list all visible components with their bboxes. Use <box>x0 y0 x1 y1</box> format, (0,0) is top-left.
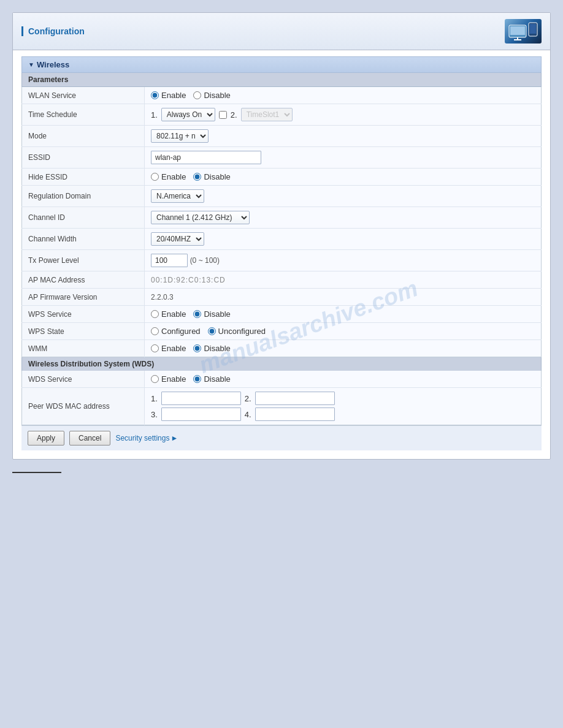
wps-service-value: Enable Disable <box>145 306 542 323</box>
config-header: Configuration <box>13 13 550 50</box>
config-title: Configuration <box>21 26 85 36</box>
time-schedule-dropdown1[interactable]: Always On TimeSlot1 TimeSlot2 <box>161 108 215 121</box>
time-schedule-row: Time Schedule 1. Always On TimeSlot1 Tim… <box>22 104 542 126</box>
wmm-value: Enable Disable <box>145 340 542 357</box>
mode-label: Mode <box>22 126 145 147</box>
ap-mac-value: 00:1D:92:C0:13:CD <box>145 271 542 289</box>
wps-configured-radio[interactable]: Configured <box>151 327 201 336</box>
channel-width-row: Channel Width 20/40MHZ 20MHZ <box>22 229 542 250</box>
hide-essid-value: Enable Disable <box>145 169 542 186</box>
essid-value <box>145 147 542 169</box>
essid-input[interactable] <box>151 151 261 164</box>
wmm-row: WMM Enable Disable <box>22 340 542 357</box>
wlan-enable-radio[interactable]: Enable <box>151 91 186 100</box>
mode-value: 802.11g + n 802.11b 802.11g 802.11n <box>145 126 542 147</box>
channel-id-value: Channel 1 (2.412 GHz) Channel 6 (2.437 G… <box>145 207 542 229</box>
mode-row: Mode 802.11g + n 802.11b 802.11g 802.11n <box>22 126 542 147</box>
wps-state-row: WPS State Configured Unconfigured <box>22 323 542 340</box>
ap-mac-label: AP MAC Address <box>22 271 145 289</box>
wps-unconfigured-radio[interactable]: Unconfigured <box>208 327 266 336</box>
ap-mac-address: 00:1D:92:C0:13:CD <box>151 276 226 284</box>
wireless-section-header: ▼ Wireless <box>21 56 542 73</box>
wds-table: WDS Service Enable Disable <box>21 371 542 425</box>
wps-service-label: WPS Service <box>22 306 145 323</box>
wlan-service-value: Enable Disable <box>145 87 542 104</box>
ap-firmware-label: AP Firmware Version <box>22 289 145 306</box>
peer-wds-prefix2: 2. <box>245 394 251 403</box>
wds-enable-radio[interactable]: Enable <box>151 374 186 384</box>
hide-essid-disable-radio[interactable]: Disable <box>193 172 230 181</box>
section-arrow: ▼ <box>28 61 34 68</box>
regulation-domain-row: Regulation Domain N.America Europe Asia <box>22 186 542 207</box>
svg-rect-1 <box>510 26 525 35</box>
time-schedule-label: Time Schedule <box>22 104 145 126</box>
time-schedule-value: 1. Always On TimeSlot1 TimeSlot2 2. Time… <box>145 104 542 126</box>
peer-wds-prefix3: 3. <box>151 410 158 419</box>
wds-service-value: Enable Disable <box>145 371 542 388</box>
wlan-service-row: WLAN Service Enable Disable <box>22 87 542 104</box>
channel-id-dropdown[interactable]: Channel 1 (2.412 GHz) Channel 6 (2.437 G… <box>151 211 250 224</box>
wps-service-row: WPS Service Enable Disable <box>22 306 542 323</box>
config-body: ▼ Wireless Parameters WLAN Service <box>13 50 550 459</box>
wmm-enable-radio[interactable]: Enable <box>151 344 186 353</box>
bottom-decorative-line <box>12 472 61 473</box>
svg-rect-3 <box>530 24 536 34</box>
channel-width-dropdown[interactable]: 20/40MHZ 20MHZ <box>151 232 204 246</box>
ts-prefix1: 1. <box>151 110 158 119</box>
footer-row: Apply Cancel Security settings ► <box>21 425 542 450</box>
peer-wds-mac-input1[interactable] <box>161 392 241 405</box>
ap-firmware-value: 2.2.0.3 <box>145 289 542 306</box>
wps-state-value: Configured Unconfigured <box>145 323 542 340</box>
tx-power-input[interactable] <box>151 254 188 267</box>
hide-essid-label: Hide ESSID <box>22 169 145 186</box>
essid-row: ESSID <box>22 147 542 169</box>
cancel-button[interactable]: Cancel <box>69 431 110 446</box>
wps-enable-radio[interactable]: Enable <box>151 309 186 319</box>
ts-prefix2: 2. <box>231 110 237 119</box>
regulation-domain-dropdown[interactable]: N.America Europe Asia <box>151 189 204 203</box>
wps-state-label: WPS State <box>22 323 145 340</box>
mode-dropdown[interactable]: 802.11g + n 802.11b 802.11g 802.11n <box>151 129 209 143</box>
wds-disable-radio[interactable]: Disable <box>193 374 230 384</box>
peer-wds-mac-row: Peer WDS MAC address 1. 2. 3. <box>22 388 542 425</box>
peer-wds-mac-input3[interactable] <box>161 408 241 421</box>
config-icon <box>505 19 542 44</box>
tx-power-row: Tx Power Level (0 ~ 100) <box>22 250 542 271</box>
tx-power-value: (0 ~ 100) <box>145 250 542 271</box>
parameters-subheader: Parameters <box>21 73 542 87</box>
wds-service-row: WDS Service Enable Disable <box>22 371 542 388</box>
hide-essid-enable-radio[interactable]: Enable <box>151 172 186 181</box>
peer-wds-prefix1: 1. <box>151 394 158 403</box>
regulation-domain-label: Regulation Domain <box>22 186 145 207</box>
channel-width-value: 20/40MHZ 20MHZ <box>145 229 542 250</box>
wds-section-label: Wireless Distribution System (WDS) <box>28 360 154 368</box>
peer-wds-prefix4: 4. <box>245 410 251 419</box>
tx-power-label: Tx Power Level <box>22 250 145 271</box>
ap-firmware-row: AP Firmware Version 2.2.0.3 <box>22 289 542 306</box>
wlan-disable-radio[interactable]: Disable <box>193 91 230 100</box>
security-settings-link[interactable]: Security settings ► <box>115 434 178 442</box>
tx-power-range: (0 ~ 100) <box>190 256 220 265</box>
hide-essid-row: Hide ESSID Enable Disable <box>22 169 542 186</box>
peer-wds-mac-input4[interactable] <box>255 408 335 421</box>
ap-firmware-version: 2.2.0.3 <box>151 293 174 301</box>
apply-button[interactable]: Apply <box>28 431 64 446</box>
config-panel: Configuration ▼ Wireless <box>12 12 551 460</box>
ap-mac-row: AP MAC Address 00:1D:92:C0:13:CD <box>22 271 542 289</box>
wds-section-header: Wireless Distribution System (WDS) <box>21 357 542 371</box>
channel-id-row: Channel ID Channel 1 (2.412 GHz) Channel… <box>22 207 542 229</box>
security-arrow-icon: ► <box>170 434 178 442</box>
wps-disable-radio[interactable]: Disable <box>193 309 230 319</box>
wlan-service-label: WLAN Service <box>22 87 145 104</box>
wireless-section-label: Wireless <box>37 60 69 69</box>
parameters-table: WLAN Service Enable Disable <box>21 87 542 357</box>
wmm-disable-radio[interactable]: Disable <box>193 344 230 353</box>
regulation-domain-value: N.America Europe Asia <box>145 186 542 207</box>
time-schedule-checkbox2[interactable] <box>219 111 227 119</box>
peer-wds-mac-label: Peer WDS MAC address <box>22 388 145 425</box>
time-schedule-dropdown2[interactable]: TimeSlot1 TimeSlot2 <box>241 108 293 121</box>
channel-id-label: Channel ID <box>22 207 145 229</box>
essid-label: ESSID <box>22 147 145 169</box>
wds-service-label: WDS Service <box>22 371 145 388</box>
peer-wds-mac-input2[interactable] <box>255 392 335 405</box>
